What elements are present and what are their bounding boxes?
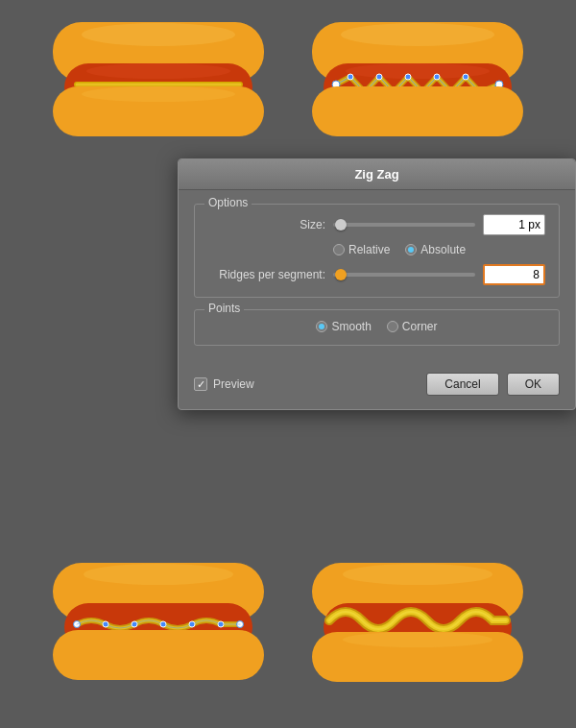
svg-rect-35 xyxy=(53,630,264,680)
points-group: Smooth Corner xyxy=(316,320,437,333)
size-input[interactable] xyxy=(483,214,545,235)
dialog-footer: Preview Cancel OK xyxy=(179,373,575,409)
relative-absolute-row: Relative Absolute xyxy=(333,243,545,256)
preview-check-group: Preview xyxy=(194,377,419,391)
corner-radio-item[interactable]: Corner xyxy=(387,320,438,333)
options-section: Options Size: Relative Ab xyxy=(194,204,560,298)
absolute-radio[interactable] xyxy=(405,244,417,255)
ridges-slider[interactable] xyxy=(333,273,475,277)
absolute-radio-item[interactable]: Absolute xyxy=(405,243,466,256)
size-slider[interactable] xyxy=(333,223,475,227)
corner-radio[interactable] xyxy=(387,321,398,332)
size-label: Size: xyxy=(208,218,333,231)
svg-point-13 xyxy=(348,74,353,80)
svg-point-19 xyxy=(434,74,440,80)
hotdog-before xyxy=(43,17,274,142)
size-slider-thumb[interactable] xyxy=(335,219,347,231)
svg-point-15 xyxy=(376,74,382,80)
dialog-titlebar: Zig Zag xyxy=(179,159,575,190)
cancel-button[interactable]: Cancel xyxy=(426,373,498,396)
svg-point-37 xyxy=(343,564,492,585)
preview-label: Preview xyxy=(213,377,254,391)
smooth-radio-item[interactable]: Smooth xyxy=(316,320,371,333)
preview-checkbox[interactable] xyxy=(194,377,207,391)
ridges-slider-thumb[interactable] xyxy=(335,269,347,280)
relative-radio[interactable] xyxy=(333,244,345,255)
points-header: Points xyxy=(204,302,244,315)
svg-point-9 xyxy=(341,23,494,46)
points-row: Smooth Corner xyxy=(208,320,545,333)
options-header: Options xyxy=(204,196,252,209)
top-illustrations xyxy=(0,0,576,158)
relative-label: Relative xyxy=(348,243,390,256)
zigzag-dialog: Zig Zag Options Size: Relative xyxy=(178,158,576,410)
ridges-input[interactable] xyxy=(483,264,545,285)
dialog-body: Options Size: Relative Ab xyxy=(179,190,575,373)
svg-point-7 xyxy=(82,86,235,102)
hotdog-selected xyxy=(302,17,533,142)
ridges-row: Ridges per segment: xyxy=(208,264,545,285)
points-section: Points Smooth Corner xyxy=(194,309,560,346)
ok-button[interactable]: OK xyxy=(507,373,560,396)
corner-label: Corner xyxy=(402,320,438,333)
svg-rect-24 xyxy=(312,86,523,136)
relative-radio-item[interactable]: Relative xyxy=(333,243,390,256)
svg-point-3 xyxy=(86,63,230,79)
bottom-illustrations xyxy=(0,517,576,728)
ridges-label: Ridges per segment: xyxy=(208,268,333,281)
svg-point-21 xyxy=(463,74,468,80)
smooth-radio[interactable] xyxy=(316,321,327,332)
relative-absolute-group: Relative Absolute xyxy=(333,243,466,256)
dialog-title: Zig Zag xyxy=(354,167,398,182)
absolute-label: Absolute xyxy=(420,243,466,256)
smooth-label: Smooth xyxy=(331,320,371,333)
size-row: Size: xyxy=(208,214,545,235)
svg-point-1 xyxy=(82,23,235,46)
svg-point-26 xyxy=(84,564,233,585)
hotdog-bottom-left xyxy=(43,560,274,685)
svg-point-17 xyxy=(405,74,411,80)
hotdog-bottom-right xyxy=(302,560,533,685)
svg-point-40 xyxy=(343,632,492,647)
